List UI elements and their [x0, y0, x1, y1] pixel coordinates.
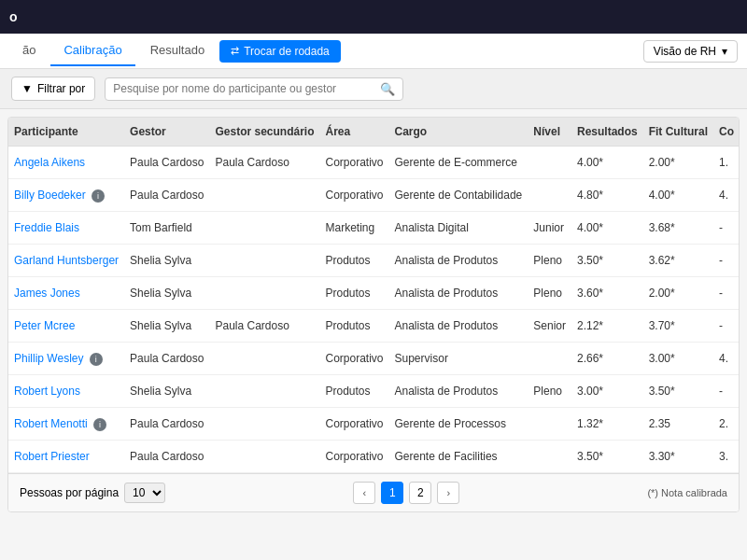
participant-name[interactable]: Robert Priester — [14, 450, 90, 463]
participant-name[interactable]: James Jones — [14, 287, 80, 300]
nivel-cell — [528, 441, 571, 473]
fit-cell: 2.00* — [643, 277, 713, 310]
nota-calibrada: (*) Nota calibrada — [647, 487, 727, 498]
cargo-cell: Gerente de E-commerce — [389, 147, 529, 179]
table-row: Freddie Blais Tom Barfield Marketing Ana… — [8, 212, 740, 245]
participant-name[interactable]: Billy Boedeker — [14, 189, 86, 202]
gestor2-cell: Paula Cardoso — [209, 310, 319, 343]
nivel-cell: Junior — [528, 212, 571, 245]
co-cell: 1. — [713, 147, 740, 179]
area-cell: Produtos — [319, 310, 388, 343]
cargo-cell: Gerente de Contabilidade — [389, 179, 529, 212]
page-1-button[interactable]: 1 — [381, 482, 403, 504]
cargo-cell: Analista de Produtos — [389, 375, 529, 408]
tab-resultado[interactable]: Resultado — [137, 35, 218, 66]
gestor-cell: Tom Barfield — [124, 212, 209, 245]
resultados-cell: 1.32* — [571, 408, 643, 441]
resultados-cell: 3.00* — [571, 375, 643, 408]
col-header-fit: Fit Cultural — [643, 118, 713, 147]
gestor2-cell — [209, 277, 319, 310]
nivel-cell: Pleno — [528, 375, 571, 408]
co-cell: 4. — [713, 343, 740, 375]
gestor-cell: Shelia Sylva — [124, 310, 209, 343]
nivel-cell — [528, 408, 571, 441]
filter-bar: ▼ Filtrar por 🔍 — [0, 69, 747, 109]
filter-icon: ▼ — [21, 82, 33, 95]
cargo-cell: Supervisor — [389, 343, 529, 375]
area-cell: Corporativo — [319, 147, 388, 179]
gestor2-cell — [209, 375, 319, 408]
tab-calibracao[interactable]: Calibração — [50, 35, 134, 66]
search-icon: 🔍 — [380, 82, 395, 96]
participant-name[interactable]: Garland Huntsberger — [14, 254, 119, 267]
participant-name[interactable]: Peter Mcree — [14, 319, 75, 332]
table-row: Angela Aikens Paula Cardoso Paula Cardos… — [8, 147, 740, 179]
area-cell: Corporativo — [319, 179, 388, 212]
table-row: Robert Lyons Shelia Sylva Produtos Anali… — [8, 375, 740, 408]
cargo-cell: Analista de Produtos — [389, 277, 529, 310]
gestor-cell: Paula Cardoso — [124, 441, 209, 473]
col-header-participante: Participante — [8, 118, 124, 147]
tab-ao[interactable]: ão — [9, 35, 49, 66]
col-header-co: Co — [713, 118, 740, 147]
gestor-cell: Paula Cardoso — [124, 147, 209, 179]
nivel-cell: Senior — [528, 310, 571, 343]
cargo-cell: Analista Digital — [389, 212, 529, 245]
gestor-cell: Paula Cardoso — [124, 343, 209, 375]
gestor-cell: Shelia Sylva — [124, 277, 209, 310]
fit-cell: 2.00* — [643, 147, 713, 179]
area-cell: Produtos — [319, 375, 388, 408]
cargo-cell: Gerente de Facilities — [389, 441, 529, 473]
tab-bar: ão Calibração Resultado ⇄ Trocar de roda… — [0, 34, 747, 69]
fit-cell: 3.68* — [643, 212, 713, 245]
col-header-resultados: Resultados — [571, 118, 643, 147]
gestor-cell: Paula Cardoso — [124, 408, 209, 441]
nivel-cell — [528, 179, 571, 212]
participant-name[interactable]: Freddie Blais — [14, 221, 79, 234]
per-page-select[interactable]: 10 20 50 — [124, 483, 165, 503]
area-cell: Marketing — [319, 212, 388, 245]
area-cell: Corporativo — [319, 441, 388, 473]
gestor-cell: Shelia Sylva — [124, 245, 209, 277]
info-icon[interactable]: i — [92, 189, 105, 203]
participant-name[interactable]: Angela Aikens — [14, 156, 85, 169]
fit-cell: 4.00* — [643, 179, 713, 212]
resultados-cell: 4.00* — [571, 147, 643, 179]
filtrar-button[interactable]: ▼ Filtrar por — [11, 77, 95, 101]
co-cell: 2. — [713, 408, 740, 441]
next-page-button[interactable]: › — [437, 482, 459, 504]
table-row: Robert Priester Paula Cardoso Corporativ… — [8, 441, 740, 473]
prev-page-button[interactable]: ‹ — [353, 482, 375, 504]
resultados-cell: 3.50* — [571, 245, 643, 277]
search-input[interactable] — [113, 82, 380, 95]
participant-name[interactable]: Robert Menotti — [14, 417, 88, 430]
info-icon[interactable]: i — [93, 418, 106, 431]
participant-name[interactable]: Robert Lyons — [14, 385, 80, 398]
search-box: 🔍 — [105, 77, 403, 101]
cargo-cell: Analista de Produtos — [389, 310, 529, 343]
info-icon[interactable]: i — [90, 353, 103, 366]
visao-dropdown[interactable]: Visão de RH ▾ — [643, 40, 738, 63]
nivel-cell: Pleno — [528, 245, 571, 277]
gestor2-cell — [209, 179, 319, 212]
co-cell: - — [713, 375, 740, 408]
co-cell: 4. — [713, 179, 740, 212]
resultados-cell: 2.66* — [571, 343, 643, 375]
per-page-label: Pessoas por página — [20, 486, 119, 499]
gestor2-cell — [209, 343, 319, 375]
resultados-cell: 3.60* — [571, 277, 643, 310]
fit-cell: 3.30* — [643, 441, 713, 473]
nivel-cell — [528, 343, 571, 375]
resultados-cell: 2.12* — [571, 310, 643, 343]
nivel-cell — [528, 147, 571, 179]
participant-name[interactable]: Phillip Wesley — [14, 352, 83, 365]
nivel-cell: Pleno — [528, 277, 571, 310]
cargo-cell: Analista de Produtos — [389, 245, 529, 277]
col-header-gestor2: Gestor secundário — [209, 118, 319, 147]
logo: o — [9, 9, 18, 24]
page-2-button[interactable]: 2 — [409, 482, 431, 504]
trocar-rodada-button[interactable]: ⇄ Trocar de rodada — [219, 40, 341, 63]
per-page-section: Pessoas por página 10 20 50 — [20, 483, 165, 503]
table-body: Angela Aikens Paula Cardoso Paula Cardos… — [8, 147, 740, 473]
co-cell: - — [713, 310, 740, 343]
